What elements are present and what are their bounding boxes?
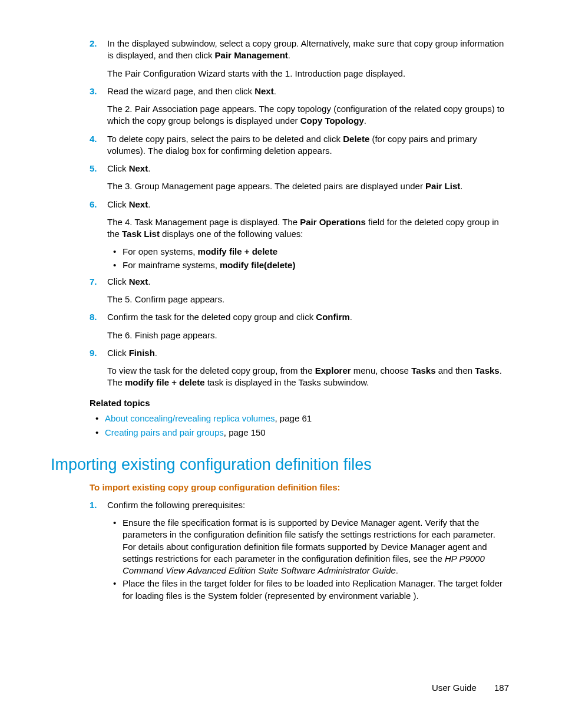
list-item: 4.To delete copy pairs, select the pairs… — [51, 133, 509, 157]
list-item: 9.Click Finish.To view the task for the … — [51, 347, 509, 389]
footer-page-number: 187 — [494, 682, 509, 694]
list-item-number: 8. — [90, 311, 97, 323]
bullet-list: Ensure the file specification format is … — [107, 517, 509, 602]
body-text: To delete copy pairs, select the pairs t… — [107, 133, 509, 157]
body-text: The 3. Group Management page appears. Th… — [107, 180, 509, 192]
page-footer: User Guide 187 — [432, 682, 509, 694]
list-item-number: 7. — [90, 276, 97, 288]
related-topics-list: About concealing/revealing replica volum… — [90, 413, 509, 439]
bullet-item: Place the files in the target folder for… — [107, 578, 509, 602]
footer-label: User Guide — [432, 683, 477, 693]
body-text: Click Finish. — [107, 347, 509, 359]
list-item-number: 4. — [90, 133, 97, 145]
list-item: 2.In the displayed subwindow, select a c… — [51, 38, 509, 80]
section-heading: Importing existing configuration definit… — [51, 454, 509, 475]
bullet-item: Ensure the file specification format is … — [107, 517, 509, 577]
bullet-item: For open systems, modify file + delete — [107, 246, 509, 258]
list-item-number: 1. — [90, 499, 97, 511]
list-item: 5.Click Next.The 3. Group Management pag… — [51, 163, 509, 193]
body-text: The 5. Confirm page appears. — [107, 294, 509, 305]
body-text: The Pair Configuration Wizard starts wit… — [107, 68, 509, 80]
body-text: The 2. Pair Association page appears. Th… — [107, 103, 509, 127]
list-item-number: 9. — [90, 347, 97, 359]
bullet-item: For mainframe systems, modify file(delet… — [107, 259, 509, 271]
list-item: 7.Click Next.The 5. Confirm page appears… — [51, 276, 509, 306]
body-text: In the displayed subwindow, select a cop… — [107, 38, 509, 62]
body-text: Click Next. — [107, 276, 509, 288]
list-item-number: 6. — [90, 199, 97, 210]
import-numbered-list: 1.Confirm the following prerequisites:En… — [51, 499, 509, 602]
intro-line: To import existing copy group configurat… — [90, 482, 509, 493]
list-item: 8.Confirm the task for the deleted copy … — [51, 311, 509, 341]
body-text: Read the wizard page, and then click Nex… — [107, 85, 509, 97]
body-text: To view the task for the deleted copy gr… — [107, 365, 509, 389]
related-topic-item: About concealing/revealing replica volum… — [90, 413, 509, 424]
body-text: Click Next. — [107, 199, 509, 210]
list-item: 1.Confirm the following prerequisites:En… — [51, 499, 509, 602]
body-text: Confirm the task for the deleted copy gr… — [107, 311, 509, 323]
body-text: The 6. Finish page appears. — [107, 330, 509, 341]
body-text: Click Next. — [107, 163, 509, 174]
body-text: Confirm the following prerequisites: — [107, 499, 509, 511]
list-item-number: 3. — [90, 85, 97, 97]
related-topic-link[interactable]: Creating pairs and pair groups — [105, 427, 224, 437]
list-item-number: 5. — [90, 163, 97, 174]
related-topic-link[interactable]: About concealing/revealing replica volum… — [105, 413, 275, 423]
body-text: The 4. Task Management page is displayed… — [107, 216, 509, 241]
document-page: 2.In the displayed subwindow, select a c… — [0, 0, 562, 728]
numbered-list: 2.In the displayed subwindow, select a c… — [51, 38, 509, 389]
list-item-number: 2. — [90, 38, 97, 50]
related-topics: Related topics About concealing/revealin… — [90, 397, 509, 439]
list-item: 3.Read the wizard page, and then click N… — [51, 85, 509, 127]
related-topics-heading: Related topics — [90, 397, 509, 409]
related-topic-item: Creating pairs and pair groups, page 150 — [90, 427, 509, 439]
bullet-list: For open systems, modify file + deleteFo… — [107, 246, 509, 271]
list-item: 6.Click Next.The 4. Task Management page… — [51, 199, 509, 271]
